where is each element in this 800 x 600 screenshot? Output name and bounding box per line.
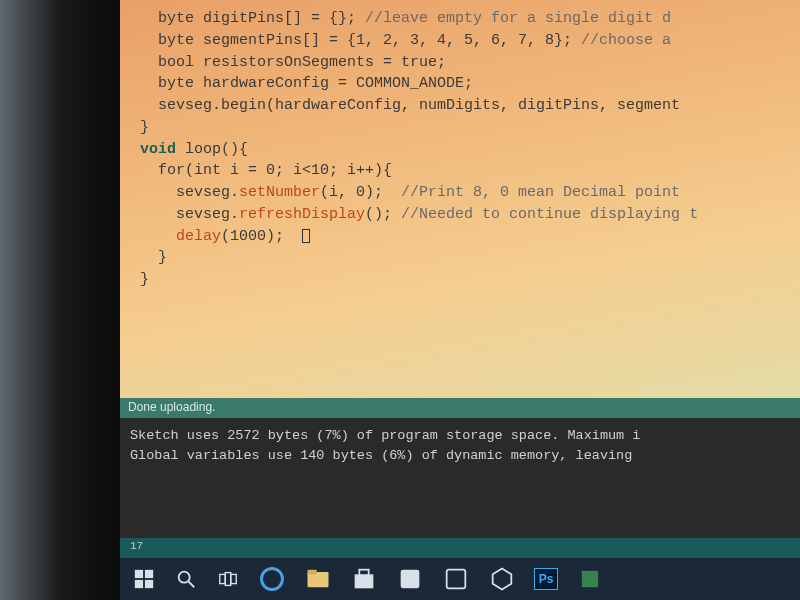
svg-point-9 [262, 569, 283, 590]
app-icon-3[interactable] [576, 565, 604, 593]
file-explorer-icon[interactable] [304, 565, 332, 593]
code-line: byte segmentPins[] = {1, 2, 3, 4, 5, 6, … [140, 30, 800, 52]
app-icon[interactable] [396, 565, 424, 593]
svg-rect-0 [135, 570, 143, 578]
output-console[interactable]: Sketch uses 2572 bytes (7%) of program s… [120, 418, 800, 538]
svg-rect-17 [582, 571, 598, 587]
code-line: byte digitPins[] = {}; //leave empty for… [140, 8, 800, 30]
code-line: byte hardwareConfig = COMMON_ANODE; [140, 73, 800, 95]
code-line: sevseg.refreshDisplay(); //Needed to con… [140, 204, 800, 226]
svg-marker-16 [493, 569, 512, 590]
code-line: } [140, 247, 800, 269]
svg-line-5 [189, 582, 195, 588]
code-line: delay(1000); [140, 226, 800, 248]
code-line: sevseg.setNumber(i, 0); //Print 8, 0 mea… [140, 182, 800, 204]
console-line: Global variables use 140 bytes (6%) of d… [130, 448, 640, 463]
store-icon[interactable] [350, 565, 378, 593]
code-line: bool resistorsOnSegments = true; [140, 52, 800, 74]
monitor-bezel [0, 0, 120, 600]
line-indicator-bar: 17 [120, 538, 800, 558]
svg-rect-14 [401, 570, 420, 589]
ide-status-bar: Done uploading. [120, 398, 800, 418]
svg-rect-11 [308, 570, 317, 575]
svg-rect-1 [145, 570, 153, 578]
svg-rect-7 [231, 574, 237, 583]
app-icon-2[interactable] [442, 565, 470, 593]
svg-rect-3 [145, 580, 153, 588]
search-icon[interactable] [174, 567, 198, 591]
status-text: Done uploading. [128, 400, 215, 414]
text-cursor [302, 229, 310, 243]
task-view-icon[interactable] [216, 567, 240, 591]
start-button[interactable] [132, 567, 156, 591]
svg-rect-8 [225, 573, 231, 586]
edge-browser-icon[interactable] [258, 565, 286, 593]
svg-rect-6 [220, 574, 226, 583]
windows-taskbar[interactable]: Ps [120, 558, 800, 600]
svg-rect-13 [359, 570, 368, 576]
code-line: void loop(){ [140, 139, 800, 161]
console-line: Sketch uses 2572 bytes (7%) of program s… [130, 428, 640, 443]
svg-rect-2 [135, 580, 143, 588]
svg-rect-15 [447, 570, 466, 589]
photoshop-icon[interactable]: Ps [534, 568, 558, 590]
unity-icon[interactable] [488, 565, 516, 593]
code-line: } [140, 117, 800, 139]
svg-point-4 [179, 572, 190, 583]
svg-rect-12 [355, 574, 374, 588]
line-number: 17 [130, 540, 143, 552]
code-line: } [140, 269, 800, 291]
code-line: sevseg.begin(hardwareConfig, numDigits, … [140, 95, 800, 117]
code-line: for(int i = 0; i<10; i++){ [140, 160, 800, 182]
